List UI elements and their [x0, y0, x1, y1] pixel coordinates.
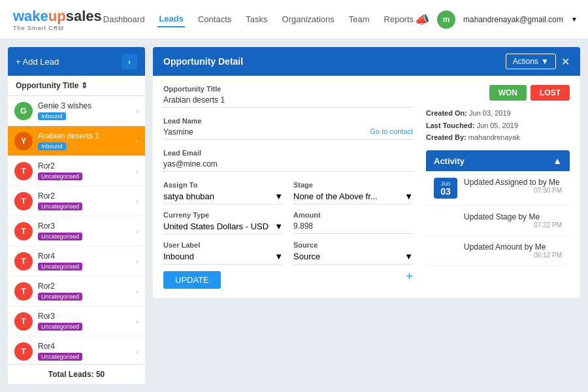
activity-time: 07:22 PM	[464, 221, 562, 229]
list-item[interactable]: G Genie 3 wishes Inbound ›	[8, 96, 145, 126]
lead-avatar: G	[14, 102, 33, 120]
actions-label: Actions	[513, 57, 538, 66]
activity-panel: Activity ▲ Jun 03 Updated Assigned to by…	[426, 150, 570, 266]
opportunity-meta: WON LOST Created On: Jun 03, 2019 Last T…	[426, 85, 570, 289]
logo-text: wakeupsales	[13, 8, 102, 25]
nav-dashboard[interactable]: Dashboard	[102, 12, 146, 27]
list-item[interactable]: T Ror2 Uncategorised ›	[8, 276, 145, 306]
list-item[interactable]: T Ror4 Uncategorised ›	[8, 246, 145, 276]
list-item[interactable]: Y Arabian deserts 1 Inbound ›	[8, 126, 145, 156]
currency-arrow: ▼	[274, 221, 283, 231]
lead-arrow-icon: ›	[136, 257, 139, 265]
list-item[interactable]: T Ror3 Uncategorised ›	[8, 306, 145, 336]
lead-email-field: Lead Email yas@mine.com	[163, 149, 413, 172]
lead-info: Ror2 Uncategorised	[38, 282, 131, 301]
add-lead-button[interactable]: + Add Lead	[16, 57, 59, 67]
stage-label: Stage	[293, 181, 413, 189]
lead-arrow-icon: ›	[136, 318, 139, 325]
logo-wake: wake	[13, 8, 48, 24]
update-row: UPDATE +	[163, 271, 413, 289]
actions-button[interactable]: Actions ▼	[506, 54, 556, 69]
currency-select[interactable]: United States Dollars - USD ▼	[163, 221, 283, 235]
user-label-select[interactable]: Inbound ▼	[163, 252, 283, 265]
activity-body: Jun 03 Updated Assigned to by Me 07:30 P…	[426, 171, 570, 266]
update-button[interactable]: UPDATE	[163, 271, 221, 289]
expand-panel-button[interactable]: ›	[122, 54, 137, 69]
opportunity-content: Opportunity Title Arabian deserts 1 Lead…	[153, 76, 580, 298]
lost-button[interactable]: LOST	[531, 85, 570, 101]
lead-info: Ror2 Uncategorised	[38, 161, 131, 180]
source-select[interactable]: Source ▼	[293, 252, 413, 265]
app-header: wakeupsales The Smart CRM Dashboard Lead…	[0, 0, 588, 39]
nav-reports[interactable]: Reports	[383, 12, 416, 27]
won-button[interactable]: WON	[489, 85, 527, 101]
activity-date: Jun 03	[434, 178, 457, 199]
lead-avatar: Y	[14, 132, 33, 150]
lead-arrow-icon: ›	[136, 197, 139, 205]
currency-field: Curreny Type United States Dollars - USD…	[163, 211, 283, 235]
lead-name: Ror3	[38, 221, 131, 231]
created-by: Created By: mahandrenayak	[426, 131, 570, 144]
lead-arrow-icon: ›	[136, 287, 139, 295]
list-item[interactable]: T Ror4 Uncategorised ›	[8, 336, 145, 364]
created-on: Created On: Jun 03, 2019	[426, 107, 570, 120]
user-label-value: Inbound	[163, 252, 194, 261]
source-label: Source	[293, 241, 413, 249]
lead-name-label: Lead Name	[163, 117, 413, 125]
opportunity-detail-header: Opportunity Detail Actions ▼ ✕	[153, 47, 580, 76]
main-nav: Dashboard Leads Contacts Tasks Organizat…	[102, 11, 415, 27]
user-email[interactable]: mahandrenayak@gmail.com	[463, 15, 563, 24]
activity-text: Updated Assigned to by Me 07:30 PM	[464, 178, 562, 194]
nav-tasks[interactable]: Tasks	[244, 12, 269, 27]
lead-name-row: Yasmine Go to contact	[163, 127, 413, 140]
stage-select[interactable]: None of the Above fr... ▼	[293, 191, 413, 204]
user-dropdown-icon[interactable]: ▼	[571, 16, 578, 23]
lead-arrow-icon: ›	[136, 227, 139, 235]
opportunity-detail-actions: Actions ▼ ✕	[506, 54, 570, 69]
lead-badge: Uncategorised	[38, 323, 82, 331]
lead-info: Arabian deserts 1 Inbound	[38, 131, 131, 150]
activity-collapse-button[interactable]: ▲	[553, 155, 562, 166]
list-item[interactable]: T Ror3 Uncategorised ›	[8, 216, 145, 246]
lead-email-value: yas@mine.com	[163, 159, 413, 172]
currency-label: Curreny Type	[163, 211, 283, 219]
go-to-contact-link[interactable]: Go to contact	[370, 127, 413, 137]
lead-avatar: T	[14, 192, 33, 210]
activity-item: Updated Amount by Me 06:12 PM	[426, 236, 570, 266]
nav-contacts[interactable]: Contacts	[197, 12, 233, 27]
activity-header: Activity ▲	[426, 150, 570, 171]
currency-amount-row: Curreny Type United States Dollars - USD…	[163, 211, 413, 235]
lead-name-value: Yasmine	[163, 127, 193, 137]
add-more-button[interactable]: +	[406, 270, 413, 284]
opp-title-value: Arabian deserts 1	[163, 95, 413, 108]
list-item[interactable]: T Ror2 Uncategorised ›	[8, 156, 145, 186]
lead-name: Genie 3 wishes	[38, 101, 131, 110]
nav-organizations[interactable]: Organizations	[281, 12, 336, 27]
lead-badge: Uncategorised	[38, 203, 82, 210]
lead-name: Ror2	[38, 191, 131, 201]
close-opportunity-button[interactable]: ✕	[561, 56, 570, 68]
lead-arrow-icon: ›	[136, 137, 139, 145]
notification-icon[interactable]: 📣	[415, 12, 429, 27]
opportunity-form: Opportunity Title Arabian deserts 1 Lead…	[163, 85, 413, 289]
opportunity-title-column[interactable]: Opportunity Title ⇕	[8, 76, 145, 96]
list-item[interactable]: T Ror2 Uncategorised ›	[8, 186, 145, 216]
assign-to-label: Assign To	[163, 181, 283, 189]
source-field: Source Source ▼	[293, 241, 413, 265]
lead-badge: Uncategorised	[38, 353, 82, 361]
lead-badge: Uncategorised	[38, 172, 82, 180]
lead-email-label: Lead Email	[163, 149, 413, 157]
nav-team[interactable]: Team	[348, 12, 371, 27]
activity-item: Jun 03 Updated Assigned to by Me 07:30 P…	[426, 171, 570, 206]
opportunity-detail: Opportunity Detail Actions ▼ ✕ Opportuni…	[153, 47, 580, 298]
amount-field: Amount 9.898	[293, 211, 413, 235]
nav-leads[interactable]: Leads	[157, 11, 185, 27]
logo: wakeupsales The Smart CRM	[13, 8, 102, 31]
assign-to-select[interactable]: satya bhuban ▼	[163, 191, 283, 204]
lead-info: Ror3 Uncategorised	[38, 221, 131, 240]
activity-time: 06:12 PM	[464, 252, 562, 259]
logo-sub: The Smart CRM	[13, 25, 102, 31]
lead-info: Ror4 Uncategorised	[38, 252, 131, 270]
activity-item: Updated Stage by Me 07:22 PM	[426, 206, 570, 236]
stage-field: Stage None of the Above fr... ▼	[293, 181, 413, 204]
